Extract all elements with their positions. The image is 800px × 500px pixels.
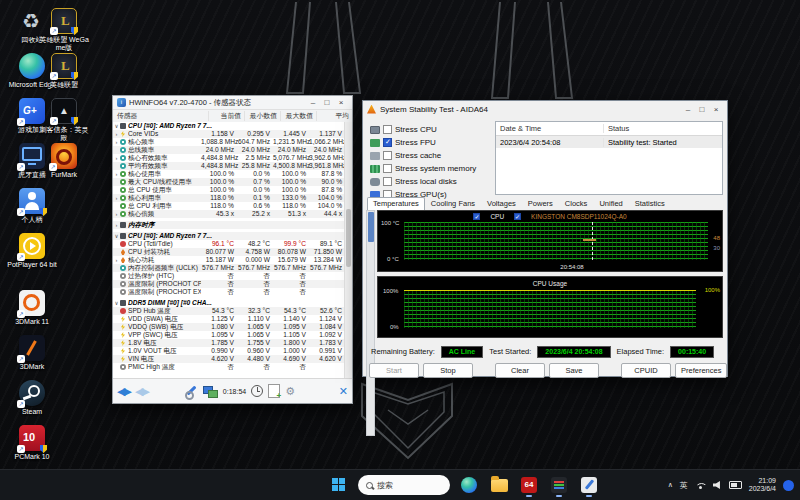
- sensor-row[interactable]: VDDQ (SWB) 电压1.080 V1.065 V1.095 V1.084 …: [113, 323, 345, 331]
- expander-icon[interactable]: ›: [113, 154, 120, 162]
- taskbar-app-hwinfo[interactable]: [548, 473, 570, 497]
- taskbar-app-start[interactable]: [328, 473, 350, 497]
- sensor-row[interactable]: 过热保护 (HTC)否否否: [113, 272, 345, 280]
- expander-icon[interactable]: ›: [113, 194, 120, 202]
- battery-icon[interactable]: [729, 481, 742, 489]
- sensor-row[interactable]: 温度限制 (PROCHOT EXT)否否否: [113, 288, 345, 296]
- sensor-row[interactable]: ›核心使用率100.0 %0.0 %100.0 %87.8 %: [113, 170, 345, 178]
- stress-checkbox[interactable]: [383, 138, 392, 147]
- expander-icon[interactable]: ›: [113, 138, 120, 146]
- report-icon[interactable]: [268, 384, 280, 398]
- sensor-row[interactable]: ›核心频率1,088.8 MHz604.7 MHz1,231.5 MHz1,06…: [113, 138, 345, 146]
- sensor-group-header[interactable]: ›内存时序: [113, 221, 345, 229]
- sensor-row[interactable]: SPD Hub 温度54.3 °C32.3 °C54.3 °C52.6 °C: [113, 307, 345, 315]
- desktop-icon-lol[interactable]: ↗英雄联盟: [38, 53, 90, 98]
- sensor-row[interactable]: 温度限制 (PROCHOT CPU)否否否: [113, 280, 345, 288]
- taskbar-app-stab[interactable]: [578, 473, 600, 497]
- sensor-row[interactable]: 内存控制器频率 (UCLK)576.7 MHz576.7 MHz576.7 MH…: [113, 264, 345, 272]
- tab-clocks[interactable]: Clocks: [559, 197, 594, 210]
- expander-icon[interactable]: ›: [113, 210, 120, 218]
- settings-gear-icon[interactable]: ⚙: [285, 385, 295, 398]
- sensor-row[interactable]: CPU (Tctl/Tdie)96.1 °C48.2 °C99.9 °C89.1…: [113, 240, 345, 248]
- sensor-row[interactable]: 总 CPU 利用率118.0 %0.6 %118.0 %104.0 %: [113, 202, 345, 210]
- column-current[interactable]: 当前值: [208, 111, 244, 121]
- desktop-icon-person[interactable]: ↗个人柄: [6, 188, 58, 233]
- expander-icon[interactable]: ∨: [113, 122, 120, 130]
- sensor-row[interactable]: ›核心倍频45.3 x25.2 x51.3 x44.4 x: [113, 210, 345, 218]
- sensor-group-header[interactable]: ∨CPU [#0]: AMD Ryzen 7 7...: [113, 232, 345, 240]
- stop-button[interactable]: Stop: [423, 363, 473, 378]
- sensor-row[interactable]: 1.0V VOUT 电压0.990 V0.960 V1.000 V0.991 V: [113, 347, 345, 355]
- save-button[interactable]: Save: [549, 363, 599, 378]
- expand-all-icon[interactable]: ◀▶: [117, 384, 130, 398]
- expander-icon[interactable]: ›: [113, 221, 120, 229]
- sensor-row[interactable]: ›核心功耗15.187 W0.000 W15.679 W13.284 W: [113, 256, 345, 264]
- sensor-row[interactable]: PMIC High 温度否否否: [113, 363, 345, 371]
- clear-button[interactable]: Clear: [495, 363, 545, 378]
- column-status[interactable]: Status: [604, 124, 722, 133]
- column-datetime[interactable]: Date & Time: [496, 124, 604, 133]
- expander-icon[interactable]: ∨: [113, 299, 120, 307]
- expander-icon[interactable]: ›: [113, 256, 120, 264]
- hwinfo-titlebar[interactable]: i HWiNFO64 v7.20-4700 - 传感器状态 – □ ×: [113, 96, 352, 110]
- column-maximum[interactable]: 最大数值: [280, 111, 316, 121]
- sensor-row[interactable]: 总线频率24.0 MHz24.0 MHz24.0 MHz24.0 MHz: [113, 146, 345, 154]
- tab-temperatures[interactable]: Temperatures: [367, 197, 425, 210]
- sensor-row[interactable]: VDD (SWA) 电压1.125 V1.110 V1.140 V1.124 V: [113, 315, 345, 323]
- taskbar-app-aida[interactable]: 64: [518, 473, 540, 497]
- preferences-button[interactable]: Preferences: [675, 363, 727, 378]
- scrollbar-thumb[interactable]: [368, 212, 374, 242]
- sensor-row[interactable]: VPP (SWC) 电压1.095 V1.065 V1.105 V1.092 V: [113, 331, 345, 339]
- sensor-row[interactable]: 平均有效频率4,484.8 MHz25.8 MHz4,500.8 MHz3,96…: [113, 162, 345, 170]
- notification-badge[interactable]: [783, 480, 794, 491]
- desktop-icon-furmark[interactable]: ↗FurMark: [38, 143, 90, 188]
- desktop-icon-m3d11[interactable]: ↗3DMark 11: [6, 290, 58, 335]
- sensor-row[interactable]: CPU 封装功耗80.077 W4.758 W80.078 W71.850 W: [113, 248, 345, 256]
- sensor-row[interactable]: ›核心有效频率4,484.8 MHz2.5 MHz5,076.7 MHz3,96…: [113, 154, 345, 162]
- sensor-row[interactable]: ›核心利用率118.0 %0.1 %133.0 %104.0 %: [113, 194, 345, 202]
- legend-checkbox-cpu[interactable]: [473, 213, 480, 220]
- expander-icon[interactable]: ›: [113, 130, 120, 138]
- desktop-icon-steam[interactable]: ↗Steam: [6, 380, 58, 425]
- desktop-icon-pcmark[interactable]: ↗PCMark 10: [6, 425, 58, 470]
- collapse-all-icon[interactable]: ◀▶: [135, 384, 148, 398]
- close-icon[interactable]: ×: [709, 105, 723, 114]
- minimize-icon[interactable]: –: [681, 105, 695, 114]
- tools-icon[interactable]: [184, 384, 198, 398]
- stress-checkbox[interactable]: [383, 125, 392, 134]
- scrollbar-thumb[interactable]: [346, 209, 351, 267]
- clock-icon[interactable]: [251, 385, 263, 397]
- expander-icon[interactable]: ›: [113, 170, 120, 178]
- sensor-row[interactable]: 1.8V 电压1.785 V1.755 V1.800 V1.783 V: [113, 339, 345, 347]
- event-log-row[interactable]: 2023/6/4 20:54:08Stability test: Started: [496, 136, 722, 148]
- remote-monitor-icon[interactable]: [203, 385, 218, 398]
- column-average[interactable]: 平均: [316, 111, 352, 121]
- aida-titlebar[interactable]: System Stability Test - AIDA64 – □ ×: [363, 101, 727, 117]
- tray-clock[interactable]: 21:09 2023/6/4: [749, 477, 776, 494]
- tab-statistics[interactable]: Statistics: [629, 197, 671, 210]
- stress-checkbox[interactable]: [383, 177, 392, 186]
- column-sensor[interactable]: 传感器: [113, 111, 208, 121]
- legend-checkbox-ram[interactable]: [514, 213, 521, 220]
- close-icon[interactable]: ×: [334, 98, 348, 107]
- sensor-row[interactable]: VIN 电压4.620 V4.480 V4.690 V4.620 V: [113, 355, 345, 363]
- hwinfo-scrollbar[interactable]: [344, 122, 352, 379]
- minimize-icon[interactable]: –: [306, 98, 320, 107]
- column-minimum[interactable]: 最小数值: [244, 111, 280, 121]
- taskbar-app-edge[interactable]: [458, 473, 480, 497]
- wifi-icon[interactable]: [695, 481, 706, 490]
- sensor-group-header[interactable]: ∨DDR5 DIMM [#0] [#0 CHA...: [113, 299, 345, 307]
- maximize-icon[interactable]: □: [320, 98, 334, 107]
- maximize-icon[interactable]: □: [695, 105, 709, 114]
- close-sensors-icon[interactable]: ✕: [339, 385, 348, 398]
- desktop-icon-valhalla[interactable]: ↗刺客信条：英灵殿: [38, 98, 90, 143]
- chart-scrollbar[interactable]: [366, 210, 375, 436]
- tray-chevron-icon[interactable]: ∧: [668, 481, 673, 489]
- stress-checkbox[interactable]: [383, 151, 392, 160]
- stress-checkbox[interactable]: [383, 164, 392, 173]
- sensor-row[interactable]: ›Core VIDs1.158 V0.295 V1.445 V1.137 V: [113, 130, 345, 138]
- desktop-icon-m3d[interactable]: ↗3DMark: [6, 335, 58, 380]
- tab-unified[interactable]: Unified: [593, 197, 628, 210]
- tab-powers[interactable]: Powers: [522, 197, 559, 210]
- sensor-row[interactable]: 总 CPU 使用率100.0 %0.0 %100.0 %87.8 %: [113, 186, 345, 194]
